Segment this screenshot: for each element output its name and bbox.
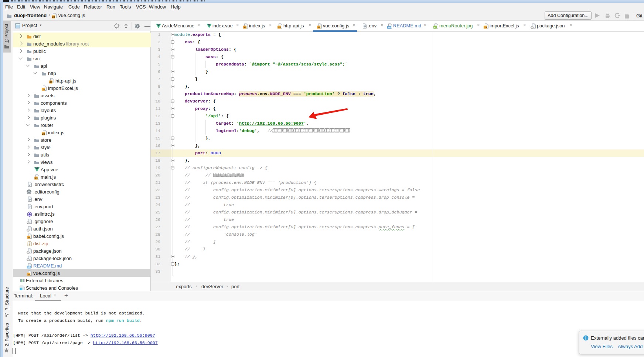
svg-text:{..}: {..} (531, 26, 533, 28)
svg-text:JS: JS (52, 16, 55, 18)
svg-text:JS: JS (42, 88, 45, 91)
svg-text:{..}: {..} (27, 259, 29, 261)
svg-text:JS: JS (243, 26, 246, 28)
svg-text:{..}: {..} (27, 251, 29, 253)
svg-text:MD: MD (388, 26, 391, 28)
svg-text:JS: JS (484, 26, 487, 28)
svg-text:JS: JS (317, 26, 320, 28)
svg-text:{..}: {..} (27, 229, 29, 231)
svg-text:JS: JS (50, 81, 52, 83)
svg-text:MD: MD (27, 266, 31, 268)
svg-text:JS: JS (27, 273, 30, 276)
svg-text:JS: JS (42, 132, 45, 135)
svg-text:JS: JS (27, 236, 30, 239)
svg-text:JS: JS (278, 26, 281, 28)
svg-text:JS: JS (35, 177, 38, 179)
